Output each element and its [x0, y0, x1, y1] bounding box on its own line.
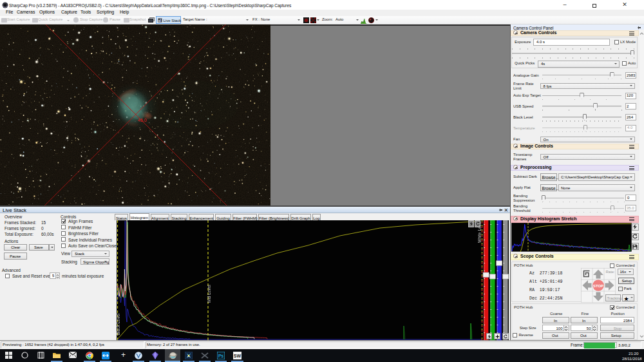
- svg-text:Ps: Ps: [218, 354, 224, 358]
- svg-text:Black Level: Black Level: [117, 313, 120, 335]
- svg-text:SW: SW: [234, 354, 242, 358]
- svg-text:STOP: STOP: [593, 283, 603, 287]
- svg-text:Mid Level: Mid Level: [207, 285, 211, 303]
- svg-text:46,0: 46,0: [138, 118, 147, 122]
